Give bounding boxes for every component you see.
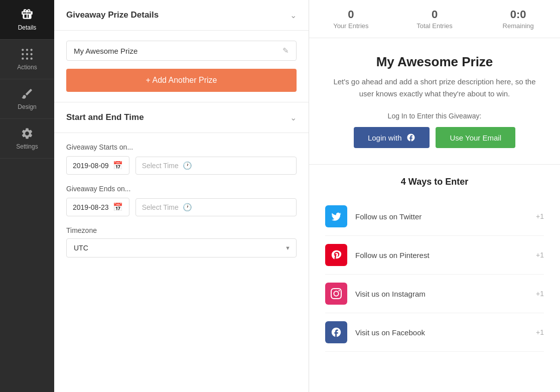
prize-input-row: ✎	[66, 41, 297, 61]
end-date-input[interactable]: 2019-08-23 📅	[66, 198, 129, 216]
remaining-value: 0:0	[476, 8, 560, 21]
sidebar-settings-label: Settings	[16, 143, 38, 150]
end-date-value: 2019-08-23	[73, 203, 109, 211]
start-clock-icon[interactable]: 🕐	[183, 161, 192, 170]
add-prize-label: + Add Another Prize	[146, 76, 217, 85]
sidebar-details-label: Details	[18, 24, 37, 31]
time-chevron[interactable]: ⌄	[290, 113, 297, 122]
timezone-label: Timezone	[66, 226, 297, 234]
start-date-value: 2019-08-09	[73, 162, 109, 170]
sidebar-item-actions[interactable]: Actions	[0, 40, 54, 79]
email-login-button[interactable]: Use Your Email	[436, 127, 515, 148]
prize-details-title: Giveaway Prize Details	[66, 10, 159, 20]
prize-section: ✎ + Add Another Prize	[54, 31, 309, 102]
pinterest-entry-label: Follow us on Pinterest	[355, 251, 528, 259]
total-entries-value: 0	[393, 8, 477, 21]
design-icon	[21, 87, 34, 100]
preview-prize-description: Let's go ahead and add a short prize des…	[333, 76, 536, 100]
ways-to-enter: 4 Ways to Enter Follow us on Twitter +1 …	[309, 165, 560, 364]
start-time-placeholder: Select Time	[142, 162, 179, 170]
prize-name-input[interactable]	[74, 47, 283, 55]
facebook-points: +1	[536, 328, 544, 336]
entry-facebook[interactable]: Visit us on Facebook +1	[325, 313, 544, 352]
start-date-input[interactable]: 2019-08-09 📅	[66, 156, 129, 175]
end-time-input[interactable]: Select Time 🕐	[135, 198, 297, 216]
ways-title: 4 Ways to Enter	[325, 177, 544, 187]
end-label: Giveaway Ends on...	[66, 185, 297, 193]
end-calendar-icon[interactable]: 📅	[113, 202, 123, 212]
stat-your-entries: 0 Your Entries	[309, 8, 393, 30]
start-end-time-title: Start and End Time	[66, 112, 144, 122]
pinterest-icon	[325, 244, 347, 266]
instagram-entry-label: Visit us on Instagram	[355, 290, 528, 298]
twitter-entry-label: Follow us on Twitter	[355, 212, 528, 221]
pencil-icon[interactable]: ✎	[283, 46, 289, 55]
stat-remaining: 0:0 Remaining	[476, 8, 560, 30]
login-label: Log In to Enter this Giveaway:	[333, 112, 536, 120]
end-date-row: 2019-08-23 📅 Select Time 🕐	[66, 198, 297, 216]
instagram-points: +1	[536, 290, 544, 298]
add-prize-button[interactable]: + Add Another Prize	[66, 69, 297, 92]
start-calendar-icon[interactable]: 📅	[113, 161, 123, 170]
sidebar-item-details[interactable]: Details	[0, 0, 54, 40]
pinterest-points: +1	[536, 251, 544, 259]
timezone-select[interactable]: UTC EST CST PST GMT	[66, 238, 297, 257]
end-clock-icon[interactable]: 🕐	[183, 203, 192, 212]
start-end-time-header: Start and End Time ⌄	[54, 102, 309, 133]
stats-bar: 0 Your Entries 0 Total Entries 0:0 Remai…	[309, 0, 560, 38]
instagram-icon	[325, 283, 347, 305]
sidebar-item-design[interactable]: Design	[0, 79, 54, 119]
twitter-icon	[325, 205, 347, 227]
twitter-points: +1	[536, 212, 544, 220]
facebook-logo-icon	[406, 133, 415, 142]
end-time-placeholder: Select Time	[142, 203, 179, 211]
left-panel: Giveaway Prize Details ⌄ ✎ + Add Another…	[54, 0, 309, 392]
login-buttons: Login with Use Your Email	[333, 127, 536, 148]
stat-total-entries: 0 Total Entries	[393, 8, 477, 30]
entry-pinterest[interactable]: Follow us on Pinterest +1	[325, 236, 544, 275]
gift-icon	[21, 8, 34, 21]
right-panel: 0 Your Entries 0 Total Entries 0:0 Remai…	[309, 0, 560, 392]
start-time-input[interactable]: Select Time 🕐	[135, 157, 297, 175]
start-date-row: 2019-08-09 📅 Select Time 🕐	[66, 156, 297, 175]
email-login-label: Use Your Email	[450, 134, 501, 142]
total-entries-label: Total Entries	[393, 22, 477, 30]
your-entries-value: 0	[309, 8, 393, 21]
entry-twitter[interactable]: Follow us on Twitter +1	[325, 197, 544, 236]
facebook-entry-icon	[325, 321, 347, 343]
facebook-entry-label: Visit us on Facebook	[355, 328, 528, 337]
prize-details-chevron[interactable]: ⌄	[290, 11, 297, 20]
sidebar-item-settings[interactable]: Settings	[0, 119, 54, 159]
start-label: Giveaway Starts on...	[66, 143, 297, 151]
datetime-section: Giveaway Starts on... 2019-08-09 📅 Selec…	[54, 133, 309, 268]
sidebar-actions-label: Actions	[17, 64, 37, 71]
settings-icon	[21, 127, 34, 140]
fb-login-label: Login with	[368, 134, 402, 142]
your-entries-label: Your Entries	[309, 22, 393, 30]
remaining-label: Remaining	[476, 22, 560, 30]
facebook-login-button[interactable]: Login with	[354, 127, 430, 148]
entry-instagram[interactable]: Visit us on Instagram +1	[325, 275, 544, 313]
sidebar-design-label: Design	[18, 103, 36, 110]
sidebar: Details Actions Design Settings	[0, 0, 54, 392]
actions-icon	[21, 48, 34, 61]
timezone-wrapper: UTC EST CST PST GMT	[66, 238, 297, 257]
preview-content: My Awesome Prize Let's go ahead and add …	[309, 38, 560, 165]
preview-prize-title: My Awesome Prize	[333, 54, 536, 70]
prize-details-header: Giveaway Prize Details ⌄	[54, 0, 309, 31]
